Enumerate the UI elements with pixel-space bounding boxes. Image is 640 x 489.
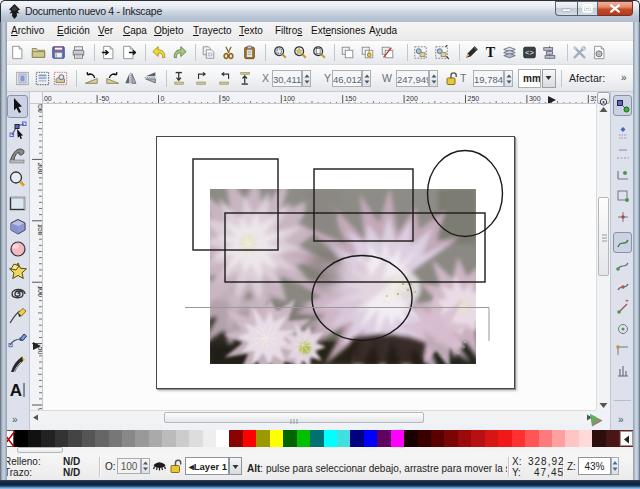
svg-text:T: T xyxy=(486,45,496,60)
svg-text:250: 250 xyxy=(468,95,480,102)
svg-text:-100: -100 xyxy=(43,95,52,102)
svg-text:A: A xyxy=(10,381,22,400)
svg-text:200: 200 xyxy=(406,95,418,102)
svg-text:350: 350 xyxy=(590,95,596,102)
svg-text:<>: <> xyxy=(525,49,535,57)
svg-text:300: 300 xyxy=(529,95,541,102)
svg-text:100: 100 xyxy=(283,95,295,102)
svg-text:0: 0 xyxy=(161,95,165,102)
svg-text:50: 50 xyxy=(222,95,230,102)
svg-text:150: 150 xyxy=(345,95,357,102)
svg-text:-50: -50 xyxy=(99,95,109,102)
